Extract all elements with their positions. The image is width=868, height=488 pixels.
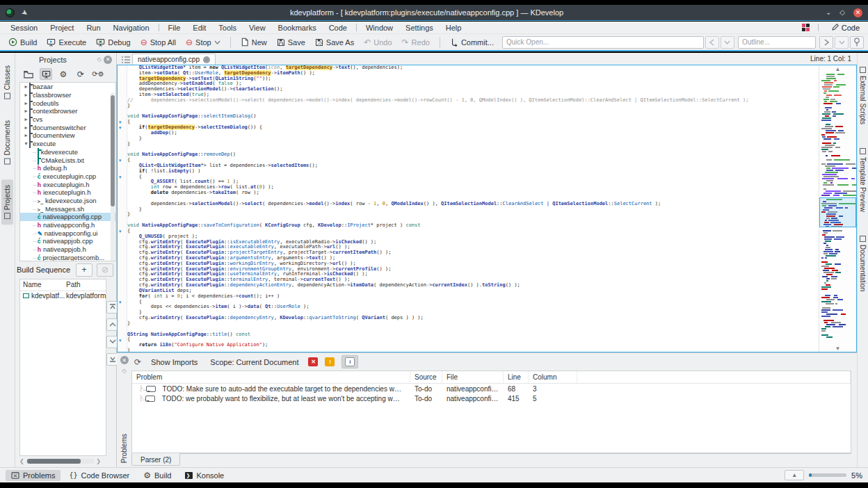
menu-window[interactable]: Window	[360, 23, 399, 33]
menu-edit[interactable]: Edit	[186, 23, 212, 33]
toolview-tab-documents[interactable]: Documents	[1, 115, 13, 170]
fold-marker-icon[interactable]: ▾	[119, 338, 122, 343]
problem-row[interactable]: ├─TODO: Make sure to auto-add the execut…	[132, 384, 851, 393]
code-area-button[interactable]: Code	[827, 23, 864, 33]
fold-marker-icon[interactable]: ▾	[119, 120, 122, 124]
fold-marker-icon[interactable]: ▾	[119, 158, 122, 163]
menu-session[interactable]: Session	[4, 23, 44, 33]
tree-item-nativeappconfig-ui[interactable]: ─✎nativeappconfig.ui	[20, 229, 115, 237]
toolview-tab-documentation[interactable]: Documentation	[858, 233, 867, 294]
expand-icon[interactable]: ▸	[23, 116, 29, 122]
statusbar-build-button[interactable]: ⚙Build	[138, 470, 177, 481]
collapse-icon[interactable]: ▾	[23, 140, 29, 147]
expand-icon[interactable]: ▸	[23, 108, 29, 114]
tree-item-classbrowser[interactable]: ▸classbrowser	[20, 91, 115, 99]
close-toolview-icon[interactable]: ✕	[120, 356, 129, 364]
project-tree[interactable]: ▸bazaar▸classbrowser▸codeutils▸contextbr…	[19, 82, 116, 261]
tree-item-nativeappconfig-cpp[interactable]: ─ċ̇nativeappconfig.cpp	[20, 213, 115, 221]
previous-context-button[interactable]	[705, 36, 719, 49]
tree-item-projecttargetscomb-[interactable]: ─ċ̇projecttargetscomb...	[20, 253, 115, 261]
float-toolview-icon[interactable]: ◇	[122, 368, 126, 374]
tree-item-codeutils[interactable]: ▸codeutils	[20, 99, 115, 107]
expand-icon[interactable]: ▸	[23, 83, 29, 90]
build-sequence-scrollbar[interactable]: ❮❯	[19, 457, 101, 465]
tree-item-nativeappjob-h[interactable]: ─hnativeappjob.h	[20, 245, 115, 254]
next-context-dropdown[interactable]	[835, 36, 849, 49]
menu-project[interactable]: Project	[44, 23, 80, 33]
menu-run[interactable]: Run	[80, 23, 106, 33]
menu-bookmarks[interactable]: Bookmarks	[272, 23, 323, 33]
assistant-popup-button[interactable]	[850, 36, 864, 49]
previous-context-dropdown[interactable]	[721, 36, 734, 49]
expand-statusbar-button[interactable]: ▲	[785, 470, 804, 480]
reload-button[interactable]: ⟳	[74, 68, 87, 80]
close-panel-icon[interactable]: ✕	[104, 56, 112, 64]
build-sequence-row[interactable]: kdevplatf... kdevplatform	[20, 291, 106, 301]
stop-all-button[interactable]: ⊖Stop All	[136, 37, 180, 48]
minimap-viewport[interactable]	[819, 197, 856, 227]
tree-item-execute[interactable]: ▾execute	[20, 140, 115, 148]
add-build-item-button[interactable]: +	[76, 263, 93, 277]
save-as-button[interactable]: Save As	[311, 37, 358, 48]
run-target-button[interactable]	[40, 68, 52, 80]
column-header-line[interactable]: Line	[504, 371, 529, 383]
configure-button[interactable]: ⚙	[57, 68, 70, 80]
tree-item-nativeappconfig-h[interactable]: ─hnativeappconfig.h	[20, 221, 115, 229]
show-hints-toggle[interactable]: i	[341, 355, 358, 368]
tab-parser[interactable]: Parser (2)	[131, 453, 180, 466]
expand-icon[interactable]: ▸	[23, 132, 29, 138]
expand-icon[interactable]: ▸	[23, 100, 29, 106]
expand-icon[interactable]: ▸	[23, 124, 29, 131]
show-warnings-toggle[interactable]: !	[325, 357, 335, 366]
minimize-button[interactable]: ⌄	[826, 9, 831, 16]
tree-item-documentview[interactable]: ▸documentview	[20, 131, 115, 140]
minimap[interactable]: ▲ ▼	[819, 65, 856, 352]
toolview-tab-classes[interactable]: Classes	[1, 60, 13, 105]
execute-button[interactable]: Execute	[42, 37, 90, 48]
tree-item-contextbrowser[interactable]: ▸contextbrowser	[20, 107, 115, 115]
tree-item-cmakelists-txt[interactable]: ─CMakeLists.txt	[20, 156, 115, 164]
column-header-name[interactable]: Name	[20, 281, 63, 288]
menu-settings[interactable]: Settings	[399, 23, 440, 33]
fold-marker-icon[interactable]: ▾	[119, 125, 122, 130]
tree-item-executeplugin-h[interactable]: ─hexecuteplugin.h	[20, 180, 115, 188]
close-button[interactable]: ✕	[853, 8, 862, 17]
fold-marker-icon[interactable]: ▾	[119, 229, 122, 234]
scope-dropdown[interactable]: Scope: Current Document	[207, 357, 301, 368]
tree-item-cvs[interactable]: ▸cvs	[20, 115, 115, 124]
stop-button[interactable]: ⊖Stop	[182, 37, 225, 48]
reload-all-button[interactable]: ⟳⚙	[92, 68, 104, 80]
quick-open-input[interactable]: Quick Open...	[502, 36, 704, 49]
code-editor[interactable]: ▾▾▾▾▾▾▾ QListWidgetItem* item = new QLis…	[117, 65, 857, 352]
column-header-source[interactable]: Source	[410, 371, 442, 383]
tree-item-debug-h[interactable]: ─hdebug.h	[20, 164, 115, 172]
menu-tools[interactable]: Tools	[212, 23, 243, 33]
commit-button[interactable]: Commit...	[446, 36, 498, 48]
toolview-tab-template-preview[interactable]: Template Preview	[858, 145, 867, 215]
outline-input[interactable]: Outline...	[738, 36, 816, 49]
fold-marker-icon[interactable]: ▾	[119, 300, 122, 304]
statusbar-konsole-button[interactable]: ❯Konsole	[179, 470, 230, 481]
float-panel-icon[interactable]: ◇	[97, 56, 102, 63]
tree-item-iexecuteplugin-h[interactable]: ─hiexecuteplugin.h	[20, 188, 115, 197]
tree-item-kdevexecute-json[interactable]: ─>_kdevexecute.json	[20, 197, 115, 205]
scroll-up-icon[interactable]: ▲	[819, 65, 856, 72]
column-header-file[interactable]: File	[442, 371, 504, 383]
tree-item-kdevexecute[interactable]: ─kdevexecute	[20, 148, 115, 156]
tree-item-documentswitcher[interactable]: ▸documentswitcher	[20, 123, 115, 131]
problem-row[interactable]: ├─TODO: we probably want to flexibilize,…	[132, 393, 851, 403]
tree-item-messages-sh[interactable]: ─>_Messages.sh	[20, 204, 115, 213]
scroll-down-icon[interactable]: ▼	[819, 345, 856, 352]
menu-view[interactable]: View	[243, 23, 272, 33]
show-errors-toggle[interactable]: ✕	[308, 357, 318, 366]
show-imports-button[interactable]: Show Imports	[148, 357, 200, 368]
open-folder-button[interactable]	[22, 68, 35, 80]
toolview-tab-external-scripts[interactable]: External Scripts	[858, 64, 867, 127]
toolview-tab-projects[interactable]: Projects	[1, 179, 13, 225]
debug-button[interactable]: Debug	[92, 37, 134, 48]
expand-icon[interactable]: ▸	[23, 92, 29, 98]
next-context-button[interactable]	[819, 36, 833, 49]
menu-navigation[interactable]: Navigation	[107, 23, 156, 33]
statusbar-code-browser-button[interactable]: {}Code Browser	[63, 470, 135, 481]
menu-code[interactable]: Code	[323, 23, 353, 33]
